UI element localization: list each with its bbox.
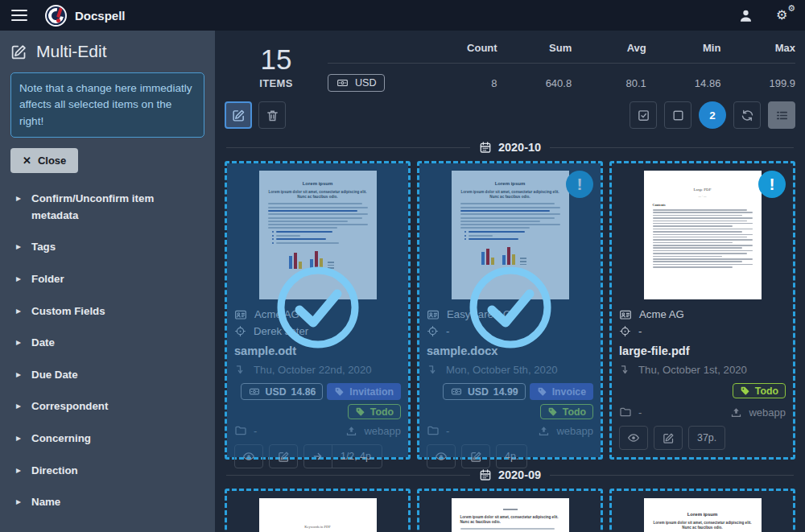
sidebar-item-name[interactable]: ▸Name bbox=[16, 494, 204, 511]
caret-right-icon: ▸ bbox=[16, 367, 21, 382]
item-list-main: 15 ITEMS Count Sum Avg Min Max bbox=[215, 31, 805, 532]
money-bill-icon bbox=[336, 77, 349, 89]
item-card-sample-docx[interactable]: ! Lorem ipsum Lorem ipsum dolor sit amet… bbox=[417, 161, 603, 460]
top-navbar: Docspell ⚙⚙ bbox=[0, 0, 805, 31]
sidebar-item-concerning[interactable]: ▸Concerning bbox=[16, 431, 204, 447]
stats-value-count: 8 bbox=[423, 77, 497, 89]
multi-edit-note: Note that a change here immediatly affec… bbox=[10, 72, 204, 138]
preview-item-button[interactable] bbox=[619, 426, 648, 450]
item-cards-row: Lorem ipsum Lorem ipsum dolor sit amet, … bbox=[225, 161, 795, 460]
square-icon bbox=[671, 109, 685, 122]
calendar-icon bbox=[479, 141, 492, 154]
invert-selection-button[interactable] bbox=[733, 101, 761, 129]
stats-value-max: 199.9 bbox=[720, 77, 795, 89]
month-label: 2020-10 bbox=[498, 141, 541, 154]
hamburger-menu-icon[interactable] bbox=[11, 10, 27, 22]
folder-value: - bbox=[638, 406, 642, 419]
month-label: 2020-09 bbox=[498, 468, 541, 481]
multi-edit-menu: ▸Confirm/Unconfirm item metadata ▸Tags ▸… bbox=[10, 191, 204, 511]
sidebar-title: Multi-Edit bbox=[36, 42, 107, 61]
close-button[interactable]: ✕ Close bbox=[10, 148, 78, 173]
stats-col-sum: Sum bbox=[497, 42, 572, 54]
sidebar-item-due-date[interactable]: ▸Due Date bbox=[16, 367, 204, 384]
item-card-large-file-pdf[interactable]: ! Large PDF — · — Contents bbox=[609, 161, 795, 460]
correspondent-icon bbox=[619, 308, 632, 321]
item-date: Thu, October 1st, 2020 bbox=[638, 364, 747, 376]
tag-badge-todo: Todo bbox=[733, 383, 786, 398]
folder-icon bbox=[619, 406, 632, 419]
select-all-button[interactable] bbox=[630, 101, 657, 129]
currency-badge: USD bbox=[328, 74, 385, 92]
caret-right-icon: ▸ bbox=[16, 494, 21, 509]
sidebar-item-date[interactable]: ▸Date bbox=[16, 335, 204, 352]
attachment-pages[interactable]: 37p. bbox=[688, 426, 725, 450]
stats-col-avg: Avg bbox=[572, 42, 646, 54]
caret-right-icon: ▸ bbox=[16, 398, 21, 414]
item-cards-row: Keywords in PDF ··· Lorem ipsum dolor si… bbox=[225, 489, 795, 532]
amount-stats-table: Count Sum Avg Min Max USD 8 bbox=[328, 42, 795, 92]
selected-check-icon bbox=[465, 262, 555, 353]
search-stats: 15 ITEMS Count Sum Avg Min Max bbox=[225, 35, 795, 92]
item-date-icon bbox=[619, 364, 631, 376]
selected-check-icon bbox=[273, 262, 363, 353]
app-title: Docspell bbox=[75, 9, 126, 23]
edit-item-button[interactable] bbox=[654, 426, 683, 450]
docspell-logo bbox=[45, 5, 67, 27]
sidebar-item-folder[interactable]: ▸Folder bbox=[16, 271, 204, 288]
check-square-icon bbox=[637, 109, 650, 122]
delete-selected-button[interactable] bbox=[258, 101, 286, 129]
sidebar-item-custom-fields[interactable]: ▸Custom Fields bbox=[16, 303, 204, 320]
stats-value-avg: 80.1 bbox=[572, 77, 646, 89]
caret-right-icon: ▸ bbox=[16, 335, 21, 350]
sidebar-item-correspondent[interactable]: ▸Correspondent bbox=[16, 398, 204, 415]
upload-icon bbox=[730, 406, 742, 419]
tag-icon bbox=[740, 386, 750, 396]
month-header: 2020-10 bbox=[226, 141, 794, 154]
warning-exclamation-icon: ! bbox=[758, 171, 786, 198]
docspell-app: Docspell ⚙⚙ Multi-Edit Note that a chang… bbox=[0, 0, 805, 532]
items-count-number: 15 bbox=[225, 45, 328, 73]
item-card[interactable]: Keywords in PDF ··· bbox=[225, 489, 411, 532]
sidebar-item-tags[interactable]: ▸Tags bbox=[16, 239, 204, 256]
concerning-name: - bbox=[638, 325, 642, 337]
item-name: large-file.pdf bbox=[619, 344, 786, 357]
caret-right-icon: ▸ bbox=[16, 191, 21, 206]
items-count-label: ITEMS bbox=[225, 77, 328, 89]
item-card[interactable]: Lorem ipsum dolor sit amet, consectetur … bbox=[417, 489, 603, 532]
document-preview: Lorem ipsum dolor sit amet, consectetur … bbox=[427, 498, 593, 532]
settings-gears-icon[interactable]: ⚙⚙ bbox=[776, 7, 794, 23]
stats-col-count: Count bbox=[423, 42, 497, 54]
user-icon[interactable] bbox=[738, 8, 753, 23]
list-icon bbox=[775, 109, 789, 122]
caret-right-icon: ▸ bbox=[16, 239, 21, 254]
list-view-button[interactable] bbox=[768, 101, 795, 129]
caret-right-icon: ▸ bbox=[16, 271, 21, 287]
multi-edit-sidebar: Multi-Edit Note that a change here immed… bbox=[0, 31, 215, 532]
sidebar-item-confirm-metadata[interactable]: ▸Confirm/Unconfirm item metadata bbox=[16, 191, 204, 224]
correspondent-name: Acme AG bbox=[639, 308, 684, 320]
caret-right-icon: ▸ bbox=[16, 463, 21, 478]
stats-col-min: Min bbox=[646, 42, 721, 54]
document-preview: Keywords in PDF ··· bbox=[234, 498, 401, 532]
select-none-button[interactable] bbox=[664, 101, 691, 129]
edit-icon bbox=[232, 109, 246, 122]
stats-col-max: Max bbox=[720, 42, 795, 54]
document-preview: Lorem ipsum Lorem ipsum dolor sit amet, … bbox=[619, 498, 786, 532]
caret-right-icon: ▸ bbox=[16, 431, 21, 446]
sync-icon bbox=[741, 109, 754, 122]
page-count: 37p. bbox=[689, 427, 724, 449]
edit-selected-button[interactable] bbox=[225, 101, 252, 129]
close-icon: ✕ bbox=[23, 155, 31, 167]
trash-icon bbox=[266, 109, 279, 122]
selection-toolbar: 2 bbox=[225, 101, 795, 129]
eye-icon bbox=[627, 431, 640, 444]
sidebar-item-direction[interactable]: ▸Direction bbox=[16, 463, 204, 480]
concerning-icon bbox=[619, 325, 631, 337]
calendar-icon bbox=[479, 468, 492, 481]
stats-value-sum: 640.8 bbox=[497, 77, 572, 89]
source-value: webapp bbox=[749, 406, 786, 419]
item-card[interactable]: Lorem ipsum Lorem ipsum dolor sit amet, … bbox=[609, 489, 795, 532]
stats-value-min: 14.86 bbox=[646, 77, 721, 89]
caret-right-icon: ▸ bbox=[16, 303, 21, 319]
item-card-sample-odt[interactable]: Lorem ipsum Lorem ipsum dolor sit amet, … bbox=[225, 161, 411, 460]
